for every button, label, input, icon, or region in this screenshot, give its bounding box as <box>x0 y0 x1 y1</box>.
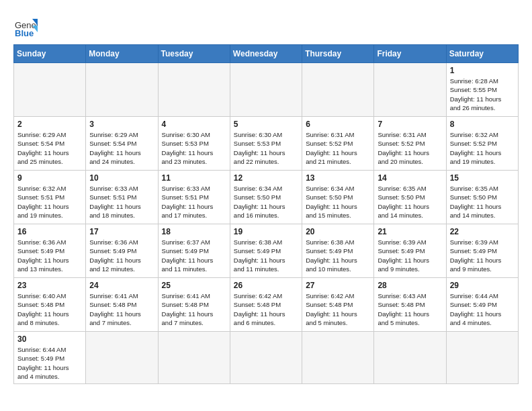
header-row: SundayMondayTuesdayWednesdayThursdayFrid… <box>14 45 519 63</box>
cell-info: Sunrise: 6:36 AM Sunset: 5:49 PM Dayligh… <box>17 238 82 273</box>
day-header-friday: Friday <box>374 45 446 63</box>
day-number: 20 <box>306 227 370 236</box>
calendar-cell <box>230 63 302 117</box>
calendar-cell: 26Sunrise: 6:42 AM Sunset: 5:48 PM Dayli… <box>230 278 302 332</box>
day-number: 21 <box>378 227 442 236</box>
day-number: 13 <box>306 173 370 183</box>
cell-info: Sunrise: 6:29 AM Sunset: 5:54 PM Dayligh… <box>17 130 82 166</box>
cell-info: Sunrise: 6:41 AM Sunset: 5:48 PM Dayligh… <box>162 291 226 327</box>
cell-info: Sunrise: 6:38 AM Sunset: 5:49 PM Dayligh… <box>234 238 298 273</box>
calendar-cell: 16Sunrise: 6:36 AM Sunset: 5:49 PM Dayli… <box>14 224 86 278</box>
week-row-0: 1Sunrise: 6:28 AM Sunset: 5:55 PM Daylig… <box>14 63 519 117</box>
cell-info: Sunrise: 6:42 AM Sunset: 5:48 PM Dayligh… <box>306 291 370 327</box>
logo: General Blue <box>13 13 42 38</box>
calendar-cell <box>158 63 230 117</box>
day-number: 9 <box>17 173 82 183</box>
day-number: 30 <box>17 334 82 344</box>
calendar-cell: 7Sunrise: 6:31 AM Sunset: 5:52 PM Daylig… <box>374 117 446 171</box>
day-number: 1 <box>450 66 515 75</box>
cell-info: Sunrise: 6:44 AM Sunset: 5:49 PM Dayligh… <box>450 291 515 327</box>
cell-info: Sunrise: 6:30 AM Sunset: 5:53 PM Dayligh… <box>162 130 226 166</box>
calendar-cell <box>446 332 518 384</box>
day-number: 28 <box>378 281 442 290</box>
cell-info: Sunrise: 6:39 AM Sunset: 5:49 PM Dayligh… <box>378 238 442 273</box>
calendar-cell: 15Sunrise: 6:35 AM Sunset: 5:50 PM Dayli… <box>446 171 518 224</box>
cell-info: Sunrise: 6:42 AM Sunset: 5:48 PM Dayligh… <box>234 291 298 327</box>
calendar-header: SundayMondayTuesdayWednesdayThursdayFrid… <box>14 45 519 63</box>
cell-info: Sunrise: 6:32 AM Sunset: 5:51 PM Dayligh… <box>17 184 82 220</box>
cell-info: Sunrise: 6:36 AM Sunset: 5:49 PM Dayligh… <box>89 238 154 273</box>
calendar-cell: 5Sunrise: 6:30 AM Sunset: 5:53 PM Daylig… <box>230 117 302 171</box>
cell-info: Sunrise: 6:31 AM Sunset: 5:52 PM Dayligh… <box>306 130 370 166</box>
calendar-cell: 23Sunrise: 6:40 AM Sunset: 5:48 PM Dayli… <box>14 278 86 332</box>
calendar-cell: 17Sunrise: 6:36 AM Sunset: 5:49 PM Dayli… <box>86 224 158 278</box>
week-row-5: 30Sunrise: 6:44 AM Sunset: 5:49 PM Dayli… <box>14 332 519 384</box>
calendar-cell: 6Sunrise: 6:31 AM Sunset: 5:52 PM Daylig… <box>302 117 374 171</box>
calendar-body: 1Sunrise: 6:28 AM Sunset: 5:55 PM Daylig… <box>14 63 519 384</box>
cell-info: Sunrise: 6:35 AM Sunset: 5:50 PM Dayligh… <box>450 184 515 220</box>
cell-info: Sunrise: 6:34 AM Sunset: 5:50 PM Dayligh… <box>234 184 298 220</box>
day-header-saturday: Saturday <box>446 45 518 63</box>
day-number: 14 <box>378 173 442 183</box>
cell-info: Sunrise: 6:44 AM Sunset: 5:49 PM Dayligh… <box>17 345 82 381</box>
calendar-cell: 2Sunrise: 6:29 AM Sunset: 5:54 PM Daylig… <box>14 117 86 171</box>
calendar-cell: 8Sunrise: 6:32 AM Sunset: 5:52 PM Daylig… <box>446 117 518 171</box>
day-number: 10 <box>89 173 154 183</box>
calendar-cell: 12Sunrise: 6:34 AM Sunset: 5:50 PM Dayli… <box>230 171 302 224</box>
day-number: 26 <box>234 281 298 290</box>
day-number: 15 <box>450 173 515 183</box>
calendar-cell: 4Sunrise: 6:30 AM Sunset: 5:53 PM Daylig… <box>158 117 230 171</box>
day-number: 18 <box>162 227 226 236</box>
week-row-1: 2Sunrise: 6:29 AM Sunset: 5:54 PM Daylig… <box>14 117 519 171</box>
calendar-cell <box>302 332 374 384</box>
calendar-cell <box>374 332 446 384</box>
cell-info: Sunrise: 6:28 AM Sunset: 5:55 PM Dayligh… <box>450 77 515 112</box>
page-header: General Blue <box>13 13 519 38</box>
calendar-cell: 1Sunrise: 6:28 AM Sunset: 5:55 PM Daylig… <box>446 63 518 117</box>
cell-info: Sunrise: 6:43 AM Sunset: 5:48 PM Dayligh… <box>378 291 442 327</box>
calendar-cell: 9Sunrise: 6:32 AM Sunset: 5:51 PM Daylig… <box>14 171 86 224</box>
day-number: 24 <box>89 281 154 290</box>
calendar-cell: 13Sunrise: 6:34 AM Sunset: 5:50 PM Dayli… <box>302 171 374 224</box>
day-number: 25 <box>162 281 226 290</box>
calendar-cell: 29Sunrise: 6:44 AM Sunset: 5:49 PM Dayli… <box>446 278 518 332</box>
calendar-cell <box>158 332 230 384</box>
calendar-cell: 27Sunrise: 6:42 AM Sunset: 5:48 PM Dayli… <box>302 278 374 332</box>
day-number: 19 <box>234 227 298 236</box>
day-number: 8 <box>450 120 515 129</box>
calendar-cell: 14Sunrise: 6:35 AM Sunset: 5:50 PM Dayli… <box>374 171 446 224</box>
day-number: 29 <box>450 281 515 290</box>
cell-info: Sunrise: 6:31 AM Sunset: 5:52 PM Dayligh… <box>378 130 442 166</box>
cell-info: Sunrise: 6:35 AM Sunset: 5:50 PM Dayligh… <box>378 184 442 220</box>
day-number: 7 <box>378 120 442 129</box>
cell-info: Sunrise: 6:39 AM Sunset: 5:49 PM Dayligh… <box>450 238 515 273</box>
day-number: 17 <box>89 227 154 236</box>
calendar-cell <box>14 63 86 117</box>
logo-icon: General Blue <box>13 13 38 38</box>
day-number: 22 <box>450 227 515 236</box>
day-number: 23 <box>17 281 82 290</box>
week-row-4: 23Sunrise: 6:40 AM Sunset: 5:48 PM Dayli… <box>14 278 519 332</box>
calendar-cell <box>86 332 158 384</box>
calendar-cell: 21Sunrise: 6:39 AM Sunset: 5:49 PM Dayli… <box>374 224 446 278</box>
calendar-cell: 30Sunrise: 6:44 AM Sunset: 5:49 PM Dayli… <box>14 332 86 384</box>
day-number: 6 <box>306 120 370 129</box>
day-number: 16 <box>17 227 82 236</box>
day-number: 3 <box>89 120 154 129</box>
cell-info: Sunrise: 6:29 AM Sunset: 5:54 PM Dayligh… <box>89 130 154 166</box>
calendar-cell: 18Sunrise: 6:37 AM Sunset: 5:49 PM Dayli… <box>158 224 230 278</box>
cell-info: Sunrise: 6:41 AM Sunset: 5:48 PM Dayligh… <box>89 291 154 327</box>
calendar-cell <box>374 63 446 117</box>
day-header-tuesday: Tuesday <box>158 45 230 63</box>
calendar-table: SundayMondayTuesdayWednesdayThursdayFrid… <box>13 44 519 384</box>
cell-info: Sunrise: 6:38 AM Sunset: 5:49 PM Dayligh… <box>306 238 370 273</box>
calendar-cell <box>86 63 158 117</box>
day-number: 4 <box>162 120 226 129</box>
day-header-monday: Monday <box>86 45 158 63</box>
day-header-wednesday: Wednesday <box>230 45 302 63</box>
cell-info: Sunrise: 6:33 AM Sunset: 5:51 PM Dayligh… <box>162 184 226 220</box>
day-number: 2 <box>17 120 82 129</box>
svg-text:Blue: Blue <box>15 28 34 38</box>
calendar-cell: 3Sunrise: 6:29 AM Sunset: 5:54 PM Daylig… <box>86 117 158 171</box>
day-number: 11 <box>162 173 226 183</box>
